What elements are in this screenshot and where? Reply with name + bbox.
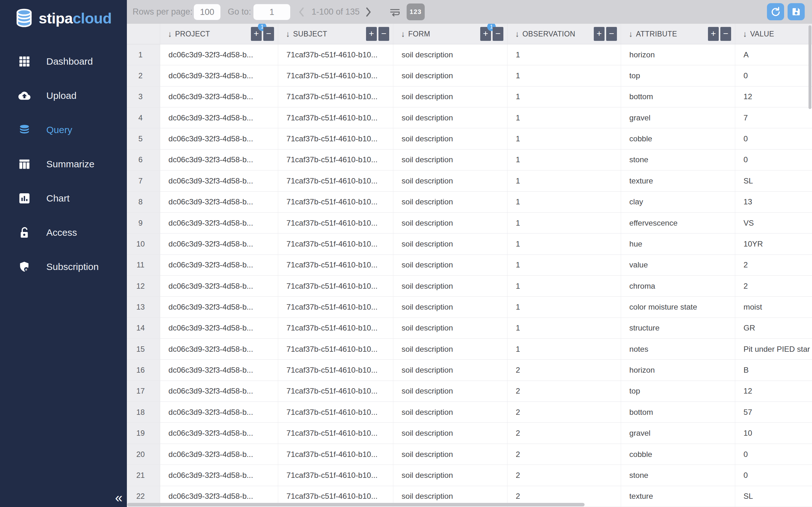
observation-cell: 1: [507, 150, 621, 170]
row-number-cell: 4: [127, 107, 160, 128]
remove-filter-button[interactable]: −: [606, 27, 617, 41]
vertical-scrollbar[interactable]: [809, 25, 811, 109]
sidebar-item-access[interactable]: Access: [0, 216, 127, 250]
remove-filter-button[interactable]: −: [720, 27, 731, 41]
value-cell: B: [735, 360, 812, 381]
sort-descending-icon: ↓: [401, 30, 405, 38]
add-filter-button[interactable]: +1: [251, 27, 262, 41]
form-cell: soil description: [393, 444, 507, 465]
attribute-cell: effervescence: [621, 213, 735, 233]
observation-cell: 2: [507, 381, 621, 402]
project-cell: dc06c3d9-32f3-4d58-b...: [160, 360, 278, 381]
row-number-cell: 19: [127, 423, 160, 444]
header-cell-form[interactable]: ↓ FORM +1 −: [393, 24, 507, 44]
project-cell: dc06c3d9-32f3-4d58-b...: [160, 170, 278, 191]
subject-cell: 71caf37b-c51f-4610-b10...: [278, 170, 393, 191]
sidebar-item-label: Query: [46, 124, 72, 135]
lock-open-icon: [18, 227, 31, 239]
table-row: 17 dc06c3d9-32f3-4d58-b... 71caf37b-c51f…: [127, 381, 812, 402]
observation-cell: 1: [507, 65, 621, 86]
value-cell: 12: [735, 381, 812, 402]
header-cell-value[interactable]: ↓ VALUE: [735, 24, 812, 44]
attribute-cell: gravel: [621, 107, 735, 128]
sidebar-item-chart[interactable]: Chart: [0, 181, 127, 216]
project-cell: dc06c3d9-32f3-4d58-b...: [160, 87, 278, 107]
previous-page-button[interactable]: [298, 0, 306, 24]
value-cell: 2: [735, 276, 812, 297]
project-cell: dc06c3d9-32f3-4d58-b...: [160, 276, 278, 297]
header-cell-subject[interactable]: ↓ SUBJECT + −: [278, 24, 393, 44]
add-filter-button[interactable]: +: [594, 27, 605, 41]
observation-cell: 1: [507, 318, 621, 339]
table-row: 12 dc06c3d9-32f3-4d58-b... 71caf37b-c51f…: [127, 276, 812, 297]
wrap-text-icon[interactable]: [389, 0, 401, 24]
header-cell-attribute[interactable]: ↓ ATTRIBUTE + −: [621, 24, 735, 44]
observation-cell: 1: [507, 192, 621, 213]
subject-cell: 71caf37b-c51f-4610-b10...: [278, 128, 393, 149]
subject-cell: 71caf37b-c51f-4610-b10...: [278, 65, 393, 86]
observation-cell: 1: [507, 276, 621, 297]
row-number-cell: 6: [127, 150, 160, 170]
attribute-cell: top: [621, 65, 735, 86]
form-cell: soil description: [393, 107, 507, 128]
remove-filter-button[interactable]: −: [263, 27, 274, 41]
value-cell: 57: [735, 402, 812, 423]
table-row: 1 dc06c3d9-32f3-4d58-b... 71caf37b-c51f-…: [127, 44, 812, 65]
value-cell: 2: [735, 255, 812, 276]
shield-icon: e: [18, 261, 31, 273]
value-cell: A: [735, 44, 812, 65]
save-button[interactable]: [788, 3, 805, 20]
subject-cell: 71caf37b-c51f-4610-b10...: [278, 360, 393, 381]
header-cell-observation[interactable]: ↓ OBSERVATION + −: [507, 24, 621, 44]
table-row: 14 dc06c3d9-32f3-4d58-b... 71caf37b-c51f…: [127, 318, 812, 339]
sidebar-item-dashboard[interactable]: Dashboard: [0, 44, 127, 78]
add-filter-button[interactable]: +: [366, 27, 377, 41]
subject-cell: 71caf37b-c51f-4610-b10...: [278, 107, 393, 128]
sidebar-item-upload[interactable]: Upload: [0, 78, 127, 113]
observation-cell: 1: [507, 339, 621, 360]
value-cell: 0: [735, 465, 812, 486]
table-row: 4 dc06c3d9-32f3-4d58-b... 71caf37b-c51f-…: [127, 107, 812, 128]
header-cell-project[interactable]: ↓ PROJECT +1 −: [160, 24, 278, 44]
sidebar: stipacloud Dashboard Upload: [0, 0, 127, 507]
rows-per-page-input[interactable]: [194, 4, 220, 20]
numeric-mode-toggle[interactable]: 123: [407, 3, 425, 20]
sidebar-item-query[interactable]: Query: [0, 113, 127, 147]
horizontal-scrollbar[interactable]: [127, 503, 585, 506]
next-page-button[interactable]: [364, 0, 372, 24]
header-cell-rownum: [127, 24, 160, 44]
go-to-label: Go to:: [228, 0, 251, 24]
subject-cell: 71caf37b-c51f-4610-b10...: [278, 150, 393, 170]
value-cell: 0: [735, 65, 812, 86]
sidebar-item-label: Access: [46, 227, 77, 238]
page-range-text: 1-100 of 135: [310, 0, 361, 24]
refresh-button[interactable]: [767, 3, 784, 20]
sidebar-collapse-button[interactable]: «: [115, 491, 122, 504]
add-filter-button[interactable]: +: [708, 27, 719, 41]
attribute-cell: texture: [621, 486, 735, 507]
row-number-cell: 13: [127, 297, 160, 318]
sidebar-item-summarize[interactable]: Summarize: [0, 147, 127, 181]
table-body: 1 dc06c3d9-32f3-4d58-b... 71caf37b-c51f-…: [127, 44, 812, 507]
attribute-cell: horizon: [621, 360, 735, 381]
subject-cell: 71caf37b-c51f-4610-b10...: [278, 233, 393, 255]
row-number-cell: 14: [127, 318, 160, 339]
go-to-input[interactable]: [253, 4, 290, 20]
table-row: 21 dc06c3d9-32f3-4d58-b... 71caf37b-c51f…: [127, 465, 812, 486]
remove-filter-button[interactable]: −: [493, 27, 503, 41]
sidebar-item-label: Chart: [46, 193, 69, 204]
sidebar-item-subscription[interactable]: e Subscription: [0, 250, 127, 284]
svg-text:e: e: [26, 268, 27, 271]
subject-cell: 71caf37b-c51f-4610-b10...: [278, 213, 393, 233]
project-cell: dc06c3d9-32f3-4d58-b...: [160, 128, 278, 149]
project-cell: dc06c3d9-32f3-4d58-b...: [160, 318, 278, 339]
attribute-cell: bottom: [621, 87, 735, 107]
attribute-cell: stone: [621, 465, 735, 486]
table-row: 6 dc06c3d9-32f3-4d58-b... 71caf37b-c51f-…: [127, 150, 812, 170]
add-filter-button[interactable]: +1: [480, 27, 491, 41]
attribute-cell: notes: [621, 339, 735, 360]
remove-filter-button[interactable]: −: [378, 27, 389, 41]
form-cell: soil description: [393, 276, 507, 297]
observation-cell: 2: [507, 465, 621, 486]
attribute-cell: cobble: [621, 128, 735, 149]
